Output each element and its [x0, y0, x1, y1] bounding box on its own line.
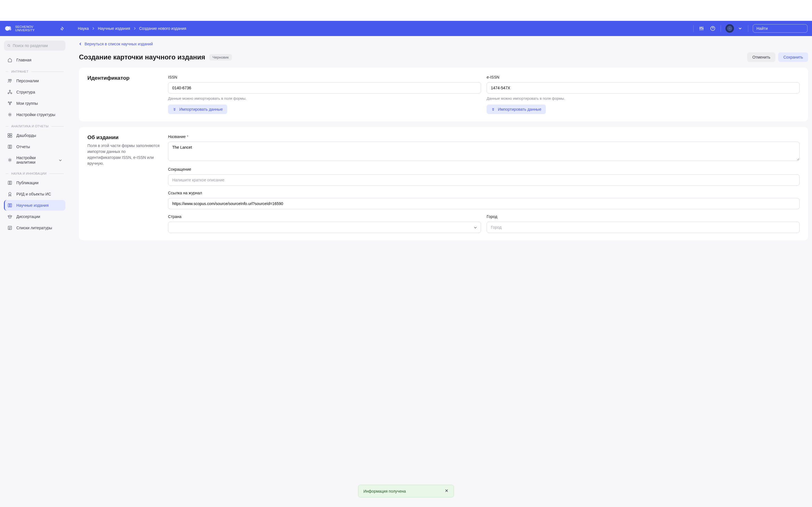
sidebar-item-ip[interactable]: РИД и объекты ИС — [4, 189, 65, 200]
sidebar-section-analytics: АНАЛИТИКА И ОТЧЕТЫ — [4, 121, 65, 130]
sidebar-label: Отчеты — [16, 145, 30, 149]
eissn-label: e-ISSN — [487, 75, 800, 79]
svg-point-19 — [10, 102, 11, 103]
breadcrumb-item[interactable]: Научные издания — [98, 26, 130, 31]
draft-badge: Черновик — [209, 54, 232, 61]
import-label: Импортировать данные — [498, 107, 541, 112]
issn-label: ISSN — [168, 75, 481, 79]
help-icon[interactable] — [709, 25, 716, 32]
sidebar-item-references[interactable]: Списки литературы — [4, 223, 65, 233]
divider — [693, 25, 694, 32]
header-search[interactable] — [753, 24, 808, 33]
sidebar-label: Персоналии — [16, 78, 39, 83]
svg-rect-23 — [10, 133, 12, 135]
chevron-down-icon — [59, 158, 62, 162]
svg-point-20 — [9, 104, 10, 105]
close-icon[interactable] — [445, 489, 449, 494]
svg-point-3 — [700, 28, 701, 29]
import-label: Импортировать данные — [179, 107, 223, 112]
svg-point-10 — [729, 28, 730, 29]
award-icon — [7, 191, 12, 196]
sidebar-item-groups[interactable]: Мои группы — [4, 98, 65, 109]
sidebar-item-persons[interactable]: Персоналии — [4, 75, 65, 86]
abbr-input[interactable] — [168, 174, 800, 186]
sidebar-item-reports[interactable]: Отчеты — [4, 142, 65, 152]
document-icon — [7, 180, 12, 185]
sidebar-item-dashboards[interactable]: Дашборды — [4, 130, 65, 141]
abbr-label: Сокращение — [168, 167, 800, 172]
group-icon — [7, 101, 12, 106]
svg-point-12 — [8, 45, 10, 47]
chevron-right-icon — [134, 26, 136, 31]
sidebar-label: РИД и объекты ИС — [16, 192, 51, 196]
sidebar-label: Главная — [16, 58, 31, 62]
back-link[interactable]: Вернуться в список научных изданий — [79, 42, 153, 46]
journal-icon — [7, 203, 12, 208]
logo-section: SECHENOV UNIVERSITY — [4, 24, 69, 33]
identifier-card: Идентификатор ISSN Данные можно импортир… — [79, 68, 808, 121]
settings-sliders-icon[interactable] — [698, 25, 705, 32]
card-title: Об издании — [87, 134, 160, 140]
sidebar-search-input[interactable] — [13, 43, 62, 48]
pin-icon[interactable] — [59, 25, 66, 32]
sidebar-label: Структура — [16, 90, 35, 94]
link-label: Ссылка на журнал — [168, 191, 800, 195]
svg-rect-24 — [8, 136, 10, 137]
header-search-input[interactable] — [756, 26, 806, 31]
issn-help: Данные можно импортировать в поля формы. — [168, 96, 481, 101]
eissn-input[interactable] — [487, 82, 800, 94]
svg-rect-28 — [8, 204, 10, 207]
city-input[interactable] — [487, 222, 800, 233]
svg-point-5 — [703, 29, 703, 29]
graduation-icon — [7, 214, 12, 219]
save-button[interactable]: Сохранить — [778, 52, 808, 62]
city-label: Город — [487, 214, 800, 219]
logo-icon — [4, 24, 13, 33]
page-header: Создание карточки научного издания Черно… — [79, 52, 808, 62]
app-header: SECHENOV UNIVERSITY Наука Научные издани… — [0, 21, 812, 36]
sidebar-item-journals[interactable]: Научные издания — [4, 200, 65, 211]
page-title: Создание карточки научного издания — [79, 53, 205, 61]
sidebar-item-analytics-settings[interactable]: Настройки аналитики — [4, 153, 65, 167]
sidebar-label: Научные издания — [16, 203, 49, 208]
svg-rect-29 — [10, 204, 11, 207]
sidebar-label: Настройки аналитики — [16, 156, 55, 165]
eissn-help: Данные можно импортировать в поля формы. — [487, 96, 800, 101]
sidebar-label: Дашборды — [16, 133, 36, 138]
country-select[interactable] — [168, 222, 481, 233]
back-link-label: Вернуться в список научных изданий — [85, 42, 153, 46]
breadcrumb-item[interactable]: Наука — [78, 26, 89, 31]
sidebar-item-publications[interactable]: Публикации — [4, 177, 65, 188]
avatar[interactable] — [725, 24, 734, 33]
search-icon — [7, 43, 10, 48]
list-icon — [7, 225, 12, 230]
toast-message: Информация получена — [363, 489, 406, 494]
import-issn-button[interactable]: Импортировать данные — [168, 105, 227, 114]
card-desc: Поля в этой части формы заполняются импо… — [87, 143, 160, 166]
sidebar-search[interactable] — [4, 41, 65, 51]
sidebar-item-structure[interactable]: Структура — [4, 87, 65, 98]
toast: Информация получена — [358, 485, 454, 497]
svg-point-14 — [10, 79, 11, 81]
svg-point-13 — [8, 79, 10, 81]
sidebar-item-structure-settings[interactable]: Настройки структуры — [4, 109, 65, 120]
sidebar-item-home[interactable]: Главная — [4, 55, 65, 65]
svg-point-4 — [701, 27, 702, 28]
issn-input[interactable] — [168, 82, 481, 94]
breadcrumb-item: Создание нового издания — [139, 26, 186, 31]
import-eissn-button[interactable]: Импортировать данные — [487, 105, 546, 114]
divider — [748, 25, 748, 32]
name-input[interactable]: The Lancet — [168, 142, 800, 161]
chevron-down-icon[interactable] — [737, 25, 744, 32]
sidebar-item-dissertations[interactable]: Диссертации — [4, 211, 65, 222]
book-icon — [7, 144, 12, 149]
sidebar-section-science: НАУКА И ИННОВАЦИИ — [4, 168, 65, 177]
logo-text: SECHENOV UNIVERSITY — [15, 25, 35, 32]
sidebar-section-intranet: ИНТРАНЕТ — [4, 66, 65, 75]
download-icon — [172, 107, 176, 111]
home-icon — [7, 57, 12, 62]
link-input[interactable] — [168, 198, 800, 209]
svg-point-26 — [9, 159, 11, 161]
cancel-button[interactable]: Отменить — [747, 52, 775, 62]
svg-point-2 — [9, 28, 11, 31]
